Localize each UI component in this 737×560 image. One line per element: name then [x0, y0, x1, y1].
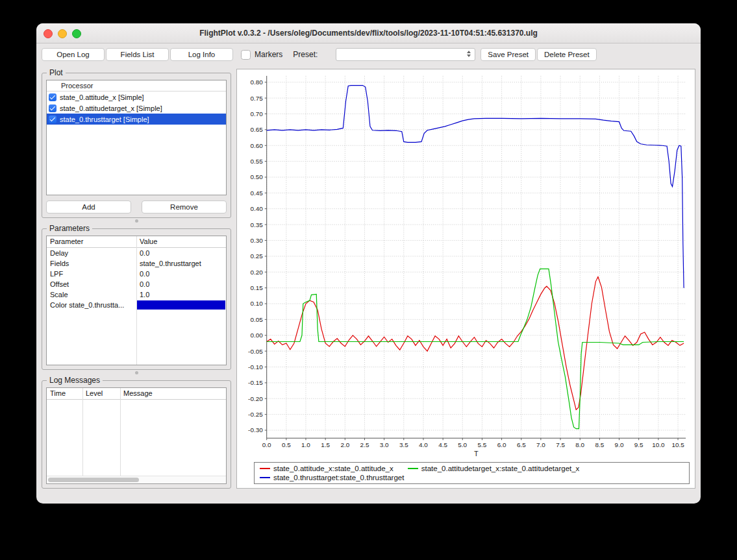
legend-label: state_0.thrusttarget:state_0.thrusttarge… [273, 474, 404, 481]
main-content: Plot Processor state_0.attitude_x [Simpl… [36, 64, 701, 494]
series-label: state_0.attitude_x [Simple] [60, 93, 144, 101]
plot-group: Plot Processor state_0.attitude_x [Simpl… [42, 73, 231, 218]
parameters-table: Parameter Value Delay 0.0 Fields state_0… [46, 236, 227, 365]
level-column-header: Level [82, 388, 120, 399]
svg-text:0.15: 0.15 [250, 284, 263, 291]
message-column-header: Message [120, 388, 226, 399]
window-controls [44, 29, 81, 38]
legend-item: state_0.thrusttarget:state_0.thrusttarge… [260, 474, 404, 481]
log-info-button[interactable]: Log Info [170, 48, 233, 61]
svg-text:-0.05: -0.05 [248, 348, 263, 355]
fields-list-button[interactable]: Fields List [106, 48, 169, 61]
parameters-group-title: Parameters [47, 224, 92, 233]
markers-checkbox[interactable] [241, 50, 251, 60]
legend-label: state_0.attitudetarget_x:state_0.attitud… [421, 465, 580, 472]
svg-text:0.40: 0.40 [250, 205, 263, 212]
svg-text:0.75: 0.75 [250, 95, 263, 102]
series-checkbox[interactable] [49, 104, 56, 112]
svg-text:9.0: 9.0 [615, 441, 624, 448]
plot-series-row[interactable]: state_0.attitudetarget_x [Simple] [47, 103, 226, 114]
svg-text:10.5: 10.5 [671, 441, 684, 448]
parameters-group: Parameters Parameter Value Delay 0.0 Fie… [42, 228, 231, 370]
svg-text:0.05: 0.05 [250, 316, 263, 323]
column-divider [136, 236, 137, 365]
svg-text:2.5: 2.5 [360, 441, 369, 448]
parameter-column-header: Parameter [47, 236, 136, 247]
svg-text:-0.15: -0.15 [248, 379, 263, 386]
svg-text:8.0: 8.0 [575, 441, 584, 448]
app-window: FlightPlot v.0.3.2 - /Users/oleg/Documen… [36, 23, 701, 504]
legend-line-sample [408, 468, 418, 469]
save-preset-button[interactable]: Save Preset [481, 48, 536, 61]
svg-text:3.0: 3.0 [380, 441, 389, 448]
svg-text:1.0: 1.0 [301, 441, 310, 448]
svg-text:-0.30: -0.30 [248, 426, 263, 433]
legend-item: state_0.attitude_x:state_0.attitude_x [260, 465, 393, 472]
splitter-handle[interactable] [42, 218, 231, 224]
param-color-swatch[interactable] [137, 300, 225, 310]
delete-preset-button[interactable]: Delete Preset [537, 48, 597, 61]
svg-text:8.5: 8.5 [595, 441, 605, 448]
log-messages-group-title: Log Messages [47, 376, 103, 385]
window-title: FlightPlot v.0.3.2 - /Users/oleg/Documen… [199, 29, 538, 38]
open-log-button[interactable]: Open Log [42, 48, 105, 61]
svg-text:2.0: 2.0 [340, 441, 349, 448]
log-header-row: Time Level Message [47, 388, 226, 400]
svg-text:0.00: 0.00 [250, 332, 263, 339]
series-label: state_0.attitudetarget_x [Simple] [60, 104, 162, 112]
svg-text:0.50: 0.50 [250, 173, 263, 180]
svg-text:0.10: 0.10 [250, 300, 263, 307]
titlebar: FlightPlot v.0.3.2 - /Users/oleg/Documen… [36, 23, 701, 43]
plot-series-row-selected[interactable]: state_0.thrusttarget [Simple] [47, 114, 226, 125]
scrollbar-thumb[interactable] [48, 478, 139, 482]
preset-label: Preset: [293, 50, 318, 59]
preset-combobox[interactable] [336, 48, 475, 61]
svg-text:5.5: 5.5 [478, 441, 487, 448]
plot-series-row[interactable]: state_0.attitude_x [Simple] [47, 91, 226, 103]
svg-text:4.5: 4.5 [438, 441, 447, 448]
log-messages-table: Time Level Message [46, 387, 227, 484]
log-messages-body [47, 400, 226, 476]
add-button[interactable]: Add [46, 201, 131, 213]
plot-column-header: Processor [47, 80, 226, 91]
svg-text:5.0: 5.0 [458, 441, 467, 448]
chart-panel: 0.800.750.700.650.600.550.500.450.400.35… [236, 69, 695, 489]
svg-text:0.80: 0.80 [250, 79, 263, 86]
svg-text:0.35: 0.35 [250, 221, 263, 228]
log-messages-group: Log Messages Time Level Message [42, 380, 231, 489]
svg-text:T: T [474, 450, 479, 457]
series-checkbox[interactable] [49, 93, 56, 101]
plot-group-title: Plot [47, 68, 66, 77]
svg-text:3.5: 3.5 [399, 441, 408, 448]
svg-text:-0.10: -0.10 [248, 363, 263, 371]
chart-plot[interactable]: 0.800.750.700.650.600.550.500.450.400.35… [238, 71, 693, 460]
svg-text:9.5: 9.5 [634, 441, 643, 448]
minimize-button[interactable] [58, 29, 67, 38]
horizontal-scrollbar[interactable] [47, 476, 226, 483]
svg-text:0.5: 0.5 [282, 441, 291, 448]
legend-line-sample [260, 477, 270, 478]
time-column-header: Time [47, 388, 82, 399]
plot-series-table: Processor state_0.attitude_x [Simple] st… [46, 80, 227, 195]
legend-item: state_0.attitudetarget_x:state_0.attitud… [408, 465, 580, 472]
svg-text:1.5: 1.5 [321, 441, 330, 448]
splitter-handle[interactable] [42, 370, 231, 376]
series-checkbox[interactable] [49, 116, 56, 123]
close-button[interactable] [44, 29, 53, 38]
zoom-button[interactable] [72, 29, 81, 38]
svg-text:0.65: 0.65 [250, 126, 263, 133]
svg-text:0.25: 0.25 [250, 252, 263, 260]
svg-text:0.70: 0.70 [250, 110, 263, 117]
svg-text:7.5: 7.5 [556, 441, 565, 448]
left-panel: Plot Processor state_0.attitude_x [Simpl… [42, 69, 231, 489]
svg-text:7.0: 7.0 [536, 441, 545, 448]
series-label: state_0.thrusttarget [Simple] [60, 116, 149, 123]
svg-text:0.45: 0.45 [250, 189, 263, 197]
column-divider [120, 388, 121, 477]
value-column-header: Value [136, 236, 226, 247]
legend-line-sample [260, 468, 270, 469]
toolbar: Open Log Fields List Log Info Markers Pr… [36, 43, 701, 64]
svg-text:0.0: 0.0 [262, 441, 271, 448]
svg-text:10.0: 10.0 [652, 441, 665, 448]
remove-button[interactable]: Remove [142, 201, 227, 213]
